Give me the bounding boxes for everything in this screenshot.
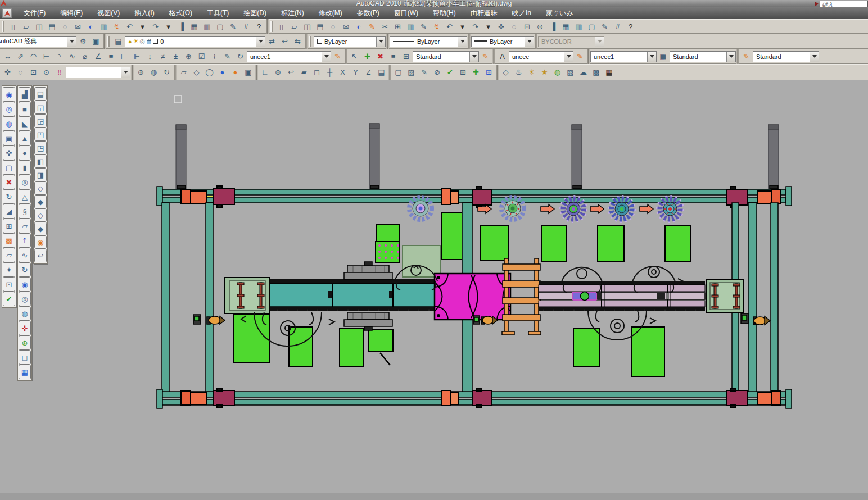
3d-array-icon[interactable]: ▦ [19,365,31,379]
draw-order-icon[interactable]: ▢ [392,66,405,79]
tool-palettes-icon[interactable]: ▥ [572,20,585,33]
continue-icon[interactable]: ⊩ [130,51,143,63]
undo-more-icon[interactable]: ▾ [456,20,469,33]
infocenter-search-input[interactable]: 键入 [820,1,868,7]
zoom-window-icon[interactable]: ⊡ [521,20,534,33]
menu-item[interactable]: 工具(T) [200,7,236,19]
drawing-canvas[interactable] [0,80,868,500]
union-icon[interactable]: ◉ [19,277,31,292]
markup-set-manager-icon[interactable]: ✎ [227,20,239,33]
dimension-space-icon[interactable]: ↕ [143,51,156,63]
constrained-orbit-icon[interactable]: ⊕ [134,66,147,79]
render-window-icon[interactable]: ▦ [603,66,616,79]
menu-item[interactable]: 修改(M) [311,7,350,19]
edit-spline-icon[interactable]: ⊘ [431,66,444,79]
toolbar-grip[interactable] [270,21,273,32]
x-rotate-ucs-icon[interactable]: X [336,66,349,79]
dropdown-arrow-icon[interactable] [256,37,265,47]
copy-faces-icon[interactable]: ⊞ [3,219,15,233]
union-icon[interactable]: ◉ [3,87,15,102]
layer-plot-icon[interactable]: ◎ [140,38,146,45]
redo-more-icon[interactable]: ▾ [482,20,495,33]
3d-wireframe-icon[interactable]: ◇ [190,66,203,79]
3d-move-icon[interactable]: ✜ [19,321,31,335]
quick-calc-icon[interactable]: # [611,20,624,33]
dimension-update-icon[interactable]: ↻ [234,51,247,63]
sheet-set-manager-icon[interactable]: ▢ [214,20,227,33]
lineweight-control-dropdown[interactable]: ByLayer [471,36,534,47]
inspect-icon[interactable]: ☑ [195,51,208,63]
zoom-window-icon[interactable]: ⊡ [27,66,40,79]
press-pull-icon[interactable]: ↥ [19,233,31,248]
menu-item[interactable]: 插入(I) [127,7,161,19]
realistic-style-icon[interactable]: ● [216,66,229,79]
batch-plot-icon[interactable]: ↯ [430,20,443,33]
front-view-icon[interactable]: ◧ [34,154,47,168]
tolerance-icon[interactable]: ± [169,51,182,63]
table-style-icon[interactable]: ▦ [657,51,670,63]
open-file-icon[interactable]: ▱ [288,20,301,33]
help-icon[interactable]: ? [252,20,265,33]
menu-item[interactable]: 编辑(E) [53,7,90,19]
sheet-set-manager-icon[interactable]: ▢ [585,20,598,33]
planar-surface-icon[interactable]: ▱ [19,219,31,233]
copy-icon[interactable]: ⊞ [391,20,404,33]
cut-icon[interactable]: ✂ [378,20,391,33]
ucs-icon[interactable]: ∟ [259,66,272,79]
toolbar-grip[interactable] [2,21,4,32]
undo-icon[interactable]: ↶ [123,20,136,33]
dropdown-arrow-icon[interactable] [647,52,656,62]
linear-dimension-icon[interactable]: ↔ [1,51,14,63]
mleader-style-edit-icon[interactable]: ✎ [479,51,492,63]
menu-item[interactable]: 眏ノIn [505,7,539,19]
sw-isometric-icon[interactable]: ◇ [34,181,47,195]
zoom-realtime-icon[interactable]: ◌ [14,66,27,79]
arc-length-icon[interactable]: ◠ [27,51,40,63]
menu-item[interactable]: 标注(N) [274,7,311,19]
extrude-faces-icon[interactable]: ▣ [3,131,15,146]
new-file-icon[interactable]: ▯ [275,20,288,33]
offset-faces-icon[interactable]: ▢ [3,160,15,175]
intersect-icon[interactable]: ◍ [3,116,15,131]
bottom-view-icon[interactable]: ◲ [34,114,47,128]
markup-set-manager-icon[interactable]: ✎ [598,20,611,33]
dropdown-arrow-icon[interactable] [469,52,478,62]
pan-realtime-icon[interactable]: ✜ [1,66,14,79]
paste-icon[interactable]: ▥ [404,20,417,33]
tool-palettes-icon[interactable]: ▥ [201,20,214,33]
toolbar-grip[interactable] [309,36,311,47]
imprint-icon[interactable]: ▱ [3,248,15,262]
layer-lock-icon[interactable] [147,40,151,44]
intersect-icon[interactable]: ◍ [19,306,31,321]
create-camera-icon[interactable]: ◉ [34,235,47,249]
layer-translate-icon[interactable]: ⇆ [291,35,304,48]
previous-ucs-icon[interactable]: ↩ [284,66,297,79]
mleader-style-dropdown[interactable]: Standard [413,51,479,62]
batch-plot-icon[interactable]: ↯ [110,20,123,33]
origin-ucs-icon[interactable]: ┼ [323,66,336,79]
radius-icon[interactable]: ◝ [53,51,66,63]
color-control-dropdown[interactable]: ByLayer [314,36,386,47]
undo-more-icon[interactable]: ▾ [136,20,149,33]
free-orbit-icon[interactable]: ◍ [147,66,160,79]
copy-to-layer-icon[interactable]: ⊞ [456,66,469,79]
layer-previous-icon[interactable]: ↩ [278,35,291,48]
color-faces-icon[interactable]: ▩ [3,233,15,248]
left-view-icon[interactable]: ◰ [34,128,47,141]
right-view-icon[interactable]: ◳ [34,141,47,154]
top-view-icon[interactable]: ◱ [34,101,47,114]
cone-icon[interactable]: ▲ [19,131,31,146]
material-mapping-icon[interactable]: ▧ [564,66,577,79]
menu-item[interactable]: 视图(V) [90,7,127,19]
dropdown-arrow-icon[interactable] [564,52,573,62]
move-faces-icon[interactable]: ✜ [3,146,15,160]
se-isometric-icon[interactable]: ◆ [34,195,47,208]
subtract-icon[interactable]: ◎ [3,102,15,116]
check-icon[interactable]: ✔ [3,292,15,306]
3d-align-icon[interactable]: ◻ [19,350,31,365]
materials-icon[interactable]: ◍ [551,66,564,79]
y-rotate-ucs-icon[interactable]: Y [349,66,362,79]
style-brush-icon[interactable]: ✎ [740,51,753,63]
layer-on-bulb-icon[interactable]: ● [128,38,132,45]
menu-item[interactable]: 窗口(W) [387,7,426,19]
